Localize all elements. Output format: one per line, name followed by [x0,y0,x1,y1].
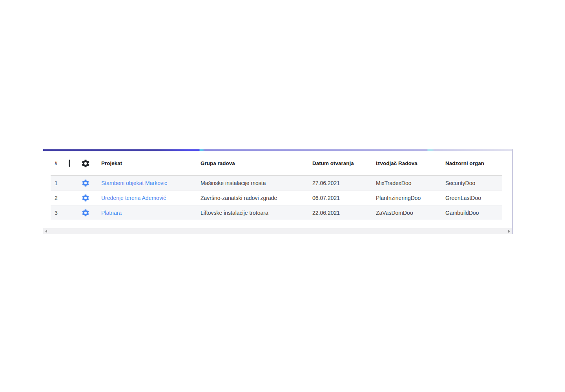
project-link[interactable]: Platnara [101,210,122,216]
row-index: 2 [51,191,62,205]
row-index: 1 [51,176,62,191]
project-link[interactable]: Uređenje terena Ademović [101,195,166,201]
row-status-cell [62,176,77,191]
row-status-cell [62,191,77,205]
column-header-status [62,151,77,176]
projects-panel: # Projekat Grupa radova Datum otvaranja [43,149,513,234]
column-header-nadzorni-organ[interactable]: Nadzorni organ [439,151,502,176]
row-nadzorni-organ-cell: SecurityDoo [439,176,502,191]
column-header-projekat[interactable]: Projekat [95,151,194,176]
row-izvodjac-radova-cell: ZaVasDomDoo [369,205,439,220]
gear-icon[interactable] [81,194,90,202]
scroll-left-arrow-icon[interactable] [45,230,47,233]
row-datum-otvaranja-cell: 22.06.2021 [306,205,369,220]
scroll-right-arrow-icon[interactable] [508,230,510,233]
table-row: 1 Stambeni objekat Markovic [51,176,502,191]
row-grupa-radova-cell: Završno-zanatski radovi zgrade [194,191,306,205]
column-header-index: # [51,151,62,176]
project-link[interactable]: Stambeni objekat Markovic [101,180,167,186]
horizontal-scrollbar[interactable] [43,228,512,234]
table-row: 3 Platnara Liftovske insta [51,205,502,220]
page: # Projekat Grupa radova Datum otvaranja [0,0,565,392]
gear-icon [81,159,90,168]
row-datum-otvaranja-cell: 06.07.2021 [306,191,369,205]
row-projekat-cell: Stambeni objekat Markovic [95,176,194,191]
row-nadzorni-organ-cell: GambuildDoo [439,205,502,220]
column-header-izvodjac-radova[interactable]: Izvodjač Radova [369,151,439,176]
circle-outline-icon [69,160,70,167]
row-settings-cell[interactable] [77,191,95,205]
column-header-grupa-radova[interactable]: Grupa radova [194,151,306,176]
row-status-cell [62,205,77,220]
row-grupa-radova-cell: Liftovske instalacije trotoara [194,205,306,220]
column-header-datum-otvaranja[interactable]: Datum otvaranja [306,151,369,176]
row-settings-cell[interactable] [77,176,95,191]
row-settings-cell[interactable] [77,205,95,220]
row-projekat-cell: Platnara [95,205,194,220]
row-grupa-radova-cell: Mašinske instalacije mosta [194,176,306,191]
row-projekat-cell: Uređenje terena Ademović [95,191,194,205]
row-izvodjac-radova-cell: PlanInzineringDoo [369,191,439,205]
projects-table: # Projekat Grupa radova Datum otvaranja [51,151,502,220]
table-header-row: # Projekat Grupa radova Datum otvaranja [51,151,502,176]
row-izvodjac-radova-cell: MixTradexDoo [369,176,439,191]
row-nadzorni-organ-cell: GreenLastDoo [439,191,502,205]
gear-icon[interactable] [81,179,90,187]
column-header-settings[interactable] [77,151,95,176]
row-datum-otvaranja-cell: 27.06.2021 [306,176,369,191]
table-row: 2 Uređenje terena Ademović [51,191,502,205]
gear-icon[interactable] [81,209,90,217]
row-index: 3 [51,205,62,220]
